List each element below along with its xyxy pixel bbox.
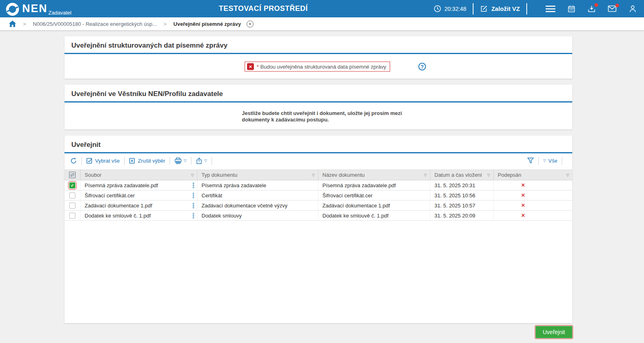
row-checkbox[interactable] — [69, 203, 75, 209]
file-cell: Písemná zpráva zadavatele.pdf — [81, 180, 197, 190]
row-select-cell: ✓ — [64, 180, 81, 190]
table-row[interactable]: Dodatek ke smlouvě č. 1.pdfDodatek smlou… — [64, 211, 572, 221]
column-header-soubor[interactable]: Soubor ▽ — [81, 170, 197, 180]
insert-date-cell: 31. 5. 2025 10:57 — [430, 201, 494, 210]
row-menu-icon[interactable] — [193, 203, 194, 209]
print-button[interactable]: ▽ — [175, 157, 187, 164]
row-select-cell — [64, 190, 81, 200]
home-icon[interactable] — [9, 21, 16, 27]
column-filter-icon[interactable]: ▽ — [487, 173, 490, 177]
row-checkbox[interactable]: ✓ — [69, 182, 75, 188]
file-name: Písemná zpráva zadavatele.pdf — [85, 182, 158, 188]
column-label: Název dokumentu — [322, 172, 365, 178]
export-button[interactable]: ▽ — [196, 157, 207, 164]
column-header-nazev-dokumentu[interactable]: Název dokumentu ▽ — [318, 170, 430, 180]
select-all-button[interactable]: Vybrat vše — [86, 157, 120, 164]
file-name: Šifrovací certifikát.cer — [85, 192, 135, 199]
required-asterisk: * — [257, 63, 259, 69]
topbar-divider — [526, 3, 527, 15]
table-empty-area — [64, 221, 572, 323]
column-header-typ-dokumentu[interactable]: Typ dokumentu ▽ — [197, 170, 318, 180]
main-content: Uveřejnění strukturovaných dat písemné z… — [64, 36, 572, 323]
filter-scope-dropdown[interactable]: ▽ Vše — [543, 158, 557, 164]
environment-title: TESTOVACÍ PROSTŘEDÍ — [219, 0, 308, 17]
session-clock: 20:32:48 — [434, 5, 467, 13]
not-signed-icon: ✕ — [521, 203, 525, 208]
row-checkbox[interactable] — [69, 192, 75, 199]
breadcrumb-chevron: > — [23, 21, 26, 27]
menu-button[interactable] — [546, 5, 555, 13]
section-publish: Uveřejnit Vybrat vše — [64, 136, 572, 323]
table-row[interactable]: ✓Písemná zpráva zadavatele.pdfPísemná zp… — [64, 180, 572, 190]
edit-icon — [480, 5, 488, 13]
section-structured-data: Uveřejnění strukturovaných dat písemné z… — [64, 36, 572, 79]
row-select-cell — [64, 201, 81, 210]
row-menu-icon[interactable] — [193, 213, 194, 219]
notice-text: Budou uveřejněna strukturovaná data píse… — [260, 63, 386, 69]
clear-selection-button[interactable]: Zrušit výběr — [129, 157, 165, 164]
create-vz-label: Založit VZ — [491, 5, 520, 12]
print-caret-icon[interactable]: ▽ — [184, 159, 187, 163]
column-filter-icon[interactable]: ▽ — [191, 173, 194, 177]
toolbar-divider — [562, 157, 562, 165]
column-header-podepsan[interactable]: Podepsán ▽ — [494, 170, 572, 180]
insert-date-cell: 31. 5. 2025 20:31 — [430, 180, 494, 190]
table-row[interactable]: Šifrovací certifikát.cerCertifikátŠifrov… — [64, 190, 572, 201]
downloads-button[interactable] — [588, 5, 596, 13]
bulletin-note: Jestliže budete chtít uveřejnit i dokume… — [242, 110, 423, 123]
not-signed-icon: ✕ — [521, 213, 525, 218]
scope-caret-icon: ▽ — [543, 159, 546, 163]
column-settings-icon — [69, 172, 76, 178]
create-vz-button[interactable]: Založit VZ — [480, 5, 520, 13]
toolbar-divider — [124, 157, 125, 165]
user-profile-button[interactable] — [629, 5, 637, 13]
nen-swirl-icon — [6, 2, 19, 16]
grid-toolbar: Vybrat vše Zrušit výběr ▽ — [64, 153, 572, 168]
toolbar-divider — [538, 157, 539, 165]
close-tab-icon[interactable]: ✕ — [247, 21, 253, 27]
breadcrumb-procurement[interactable]: N006/25/V00005180 - Realizace energetick… — [33, 21, 157, 27]
help-icon[interactable]: ? — [418, 63, 426, 70]
publish-button[interactable]: Uveřejnit — [536, 326, 572, 338]
section-title: Uveřejnit — [64, 136, 572, 152]
filter-funnel-icon — [527, 157, 534, 164]
column-filter-icon[interactable]: ▽ — [566, 173, 569, 177]
document-name-cell: Šifrovací certifikát.cer — [318, 190, 430, 200]
insert-date-cell: 31. 5. 2025 20:09 — [430, 211, 494, 220]
required-notice: ✕ * Budou uveřejněna strukturovaná data … — [245, 61, 390, 71]
section-bulletin: Uveřejnění ve Věstníku NEN/Profilu zadav… — [64, 85, 572, 130]
insert-date-cell: 31. 5. 2025 10:56 — [430, 190, 494, 200]
row-menu-icon[interactable] — [193, 192, 194, 199]
logo-subtitle: Zadavatel — [48, 10, 71, 16]
document-name-cell: Dodatek ke smlouvě č. 1.pdf — [318, 211, 430, 220]
table-row[interactable]: Zadávací dokumentace 1.pdfZadávací dokum… — [64, 201, 572, 211]
section-title: Uveřejnění ve Věstníku NEN/Profilu zadav… — [64, 85, 572, 101]
filter-button[interactable] — [527, 157, 534, 164]
document-name-cell: Písemná zpráva zadavatele.pdf — [318, 180, 430, 190]
clear-selection-label: Zrušit výběr — [138, 158, 165, 164]
export-icon — [196, 157, 202, 164]
messages-button[interactable] — [608, 5, 617, 12]
breadcrumb-chevron: > — [164, 21, 167, 27]
signed-cell: ✕ — [494, 201, 572, 210]
column-label: Soubor — [85, 172, 102, 178]
calendar-button[interactable] — [567, 5, 575, 13]
section-title: Uveřejnění strukturovaných dat písemné z… — [64, 36, 572, 53]
column-filter-icon[interactable]: ▽ — [312, 173, 315, 177]
row-checkbox[interactable] — [69, 213, 75, 219]
column-settings-cell[interactable] — [64, 170, 81, 180]
document-type-cell: Dodatek smlouvy — [197, 211, 318, 220]
document-name-cell: Zadávací dokumentace 1.pdf — [318, 201, 430, 210]
column-header-datum[interactable]: Datum a čas vložení ▽ — [430, 170, 494, 180]
export-caret-icon[interactable]: ▽ — [204, 159, 207, 163]
not-signed-icon: ✕ — [521, 192, 525, 198]
document-type-cell: Zadávací dokumentace včetně výzvy — [197, 201, 318, 210]
refresh-button[interactable] — [70, 157, 77, 164]
nen-logo[interactable]: NEN Zadavatel — [6, 1, 71, 16]
row-menu-icon[interactable] — [193, 182, 194, 188]
topbar-divider — [473, 3, 474, 15]
column-label: Podepsán — [498, 172, 521, 178]
select-all-label: Vybrat vše — [95, 158, 120, 164]
table-body: ✓Písemná zpráva zadavatele.pdfPísemná zp… — [64, 180, 572, 221]
column-filter-icon[interactable]: ▽ — [424, 173, 427, 177]
